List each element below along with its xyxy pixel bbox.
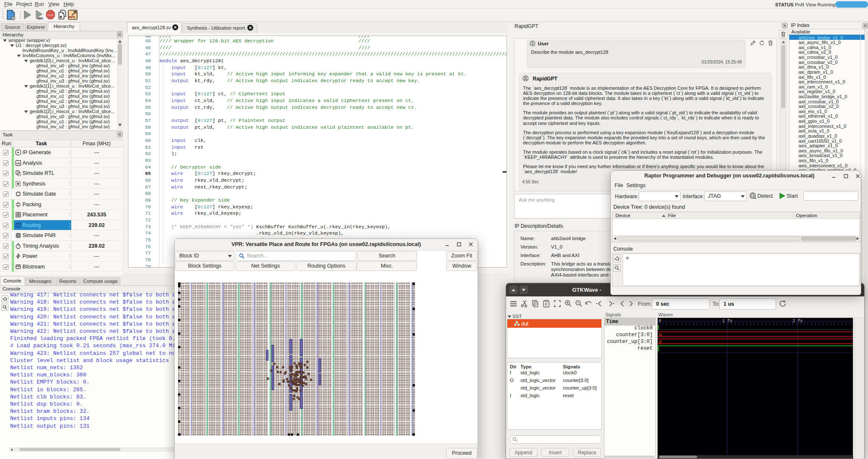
svg-text:STOP: STOP bbox=[47, 14, 54, 17]
svg-text:RPD: RPD bbox=[69, 16, 75, 19]
svg-text:u: u bbox=[659, 332, 662, 337]
svg-text:u: u bbox=[659, 340, 662, 344]
svg-text:+BIN: +BIN bbox=[36, 17, 43, 20]
